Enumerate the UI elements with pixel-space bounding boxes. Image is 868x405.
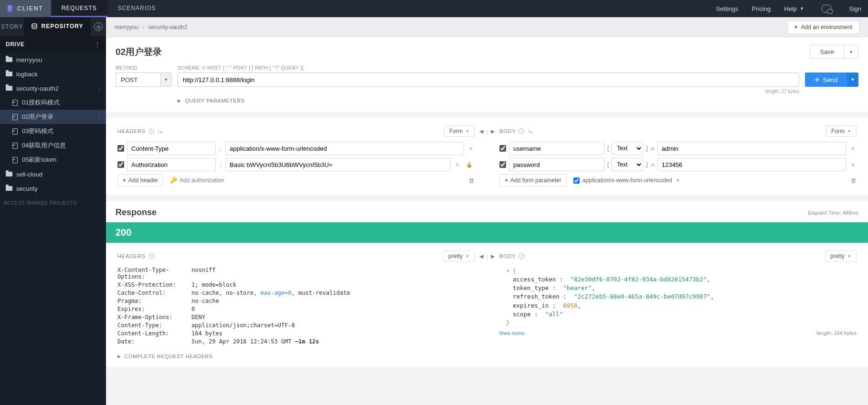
topbar-right: Settings Pricing Help▼ Sign xyxy=(709,0,868,17)
breadcrumb-project[interactable]: merryyou xyxy=(115,24,138,31)
sidebar-item-security[interactable]: security xyxy=(0,181,106,196)
help-icon[interactable]: ? xyxy=(148,128,154,134)
collapse-left-button[interactable]: ◀ xyxy=(479,253,483,260)
sidebar-item-03[interactable]: 03密码模式 xyxy=(0,124,106,138)
header-enabled-checkbox[interactable] xyxy=(117,145,124,152)
body-row: [ Text ] = × xyxy=(499,142,857,155)
chat-icon-button[interactable] xyxy=(815,5,838,12)
body-mime-toggle[interactable]: application/x-www-form-urlencoded▼ xyxy=(573,177,680,184)
body-mode-select[interactable]: Form▼ xyxy=(826,125,857,137)
drive-menu-button[interactable]: ⋮ xyxy=(95,41,101,48)
header-key-input[interactable] xyxy=(127,142,216,155)
response-body-mode-select[interactable]: pretty▼ xyxy=(825,250,857,262)
item-menu-button[interactable]: ⋮ xyxy=(96,114,102,121)
add-authorization-link[interactable]: 🔑Add authorization xyxy=(170,177,224,184)
help-link[interactable]: Help▼ xyxy=(777,5,811,12)
send-dropdown-button[interactable]: ▼ xyxy=(847,73,858,87)
response-body-pane: BODY ? pretty▼ ▾{ access_token : "82e30d… xyxy=(498,250,858,359)
brand-label: CLIENT xyxy=(17,5,43,12)
body-value-input[interactable] xyxy=(657,158,847,171)
chevron-down-icon: ▼ xyxy=(466,129,469,134)
sidebar-item-logback[interactable]: logback xyxy=(0,67,106,81)
tree-label: 04获取用户信息 xyxy=(22,141,66,150)
collapse-right-button[interactable]: ▶ xyxy=(491,128,495,135)
body-row: [ Text ] = × xyxy=(499,158,857,171)
remove-button[interactable]: × xyxy=(467,145,475,152)
sidebar-item-04[interactable]: 04获取用户信息 xyxy=(0,138,106,153)
header-value-input[interactable] xyxy=(225,142,464,155)
headers-mode-select[interactable]: Form▼ xyxy=(444,125,475,137)
sidebar-item-security-oauth2[interactable]: security-oauth2 ⋮ xyxy=(0,81,106,95)
save-button-group: Save ▼ xyxy=(810,45,858,59)
mime-checkbox[interactable] xyxy=(573,177,580,184)
file-icon xyxy=(11,114,19,120)
sidebar-item-merryyou[interactable]: merryyou xyxy=(0,52,106,67)
body-type-select[interactable]: Text xyxy=(612,158,643,171)
header-row: : × 🔒 xyxy=(117,158,475,171)
collapse-icon[interactable]: ▾ xyxy=(506,267,510,274)
complete-request-headers-toggle[interactable]: ▶ COMPLETE REQUEST HEADERS xyxy=(117,353,475,359)
collapse-left-button[interactable]: ◀ xyxy=(479,128,483,135)
headers-pane: HEADERS ? ↓A Form▼ : xyxy=(116,125,476,187)
add-environment-button[interactable]: + Add an environment xyxy=(787,21,859,34)
body-enabled-checkbox[interactable] xyxy=(499,161,506,168)
body-key-input[interactable] xyxy=(509,142,604,155)
response-headers-mode-select[interactable]: pretty▼ xyxy=(443,250,475,262)
header-enabled-checkbox[interactable] xyxy=(117,161,124,168)
sidebar-item-02[interactable]: 02用户登录 ⋮ xyxy=(0,110,106,124)
add-header-button[interactable]: +Add header xyxy=(117,174,163,187)
plus-icon: + xyxy=(505,177,508,184)
scheme-label: SCHEME :// HOST [ ":" PORT ] [ PATH [ "?… xyxy=(178,65,799,71)
lines-nums-link[interactable]: lines nums xyxy=(499,330,525,336)
body-key-input[interactable] xyxy=(509,158,604,171)
help-icon[interactable]: ? xyxy=(519,128,524,134)
body-length-label: length: 164 bytes xyxy=(816,330,857,336)
sidebar-item-05[interactable]: 05刷新token xyxy=(0,153,106,167)
folder-icon xyxy=(5,72,13,76)
sidebar-item-01[interactable]: 01授权码模式 xyxy=(0,95,106,110)
send-button[interactable]: ✈ Send xyxy=(805,73,847,87)
tab-scenarios[interactable]: SCENARIOS xyxy=(107,0,167,17)
sidebar-item-sell-cloud[interactable]: sell-cloud xyxy=(0,167,106,181)
chevron-down-icon: ▼ xyxy=(847,254,851,259)
remove-button[interactable]: × xyxy=(454,161,461,168)
response-headers-title: HEADERS xyxy=(117,253,146,259)
body-enabled-checkbox[interactable] xyxy=(499,145,506,152)
sort-button[interactable]: ↓A xyxy=(157,127,162,135)
chat-icon xyxy=(822,5,831,12)
folder-icon xyxy=(5,172,13,177)
drive-header: DRIVE ⋮ xyxy=(0,36,106,52)
spacer-label xyxy=(805,65,858,71)
body-title: BODY xyxy=(499,128,516,134)
help-icon[interactable]: ? xyxy=(148,253,154,259)
remove-button[interactable]: × xyxy=(849,145,857,152)
method-select[interactable]: POST ▼ xyxy=(116,73,172,87)
settings-link[interactable]: Settings xyxy=(709,5,745,12)
breadcrumb-folder[interactable]: security-oauth2 xyxy=(148,24,187,31)
save-button[interactable]: Save xyxy=(810,45,844,59)
sidebar-tab-history[interactable]: STORY xyxy=(0,17,24,36)
add-form-parameter-button[interactable]: +Add form parameter xyxy=(499,174,567,187)
save-dropdown-button[interactable]: ▼ xyxy=(844,45,858,59)
collapse-right-button[interactable]: ▶ xyxy=(491,253,495,260)
body-type-select[interactable]: Text xyxy=(612,142,643,155)
pricing-link[interactable]: Pricing xyxy=(745,5,778,12)
body-value-input[interactable] xyxy=(657,142,847,155)
item-menu-button[interactable]: ⋮ xyxy=(96,85,102,92)
query-parameters-toggle[interactable]: ▶ QUERY PARAMETERS xyxy=(178,98,858,104)
sign-link[interactable]: Sign xyxy=(842,5,868,12)
pane-resize: ◀ | ▶ xyxy=(476,250,498,359)
header-value-input[interactable] xyxy=(225,158,451,171)
header-key-input[interactable] xyxy=(127,158,216,171)
sidebar-tab-repository[interactable]: REPOSITORY xyxy=(24,17,91,36)
help-icon[interactable]: ? xyxy=(519,253,524,259)
access-shared-link[interactable]: ACCESS SHARED PROJECTS xyxy=(0,196,106,210)
remove-button[interactable]: × xyxy=(849,161,857,168)
trash-button[interactable]: 🗑 xyxy=(850,177,857,184)
tab-requests[interactable]: REQUESTS xyxy=(51,0,107,17)
sort-button[interactable]: ↓A xyxy=(527,127,532,135)
sidebar-tabs: STORY REPOSITORY ◷ xyxy=(0,17,106,36)
url-input[interactable] xyxy=(178,73,799,87)
sidebar-action-button[interactable]: ◷ xyxy=(91,17,106,36)
trash-button[interactable]: 🗑 xyxy=(468,177,475,184)
